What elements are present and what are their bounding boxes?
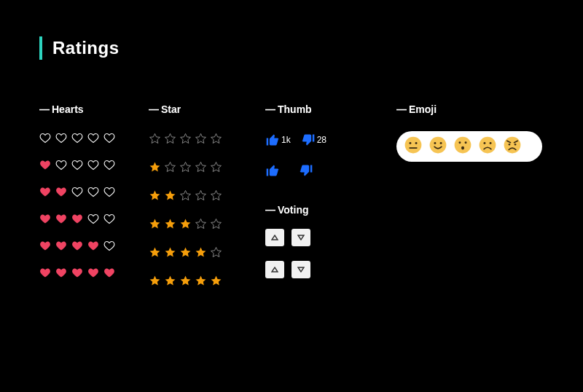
- page-header: Ratings: [0, 0, 583, 60]
- thumb-down-count: 28: [317, 135, 326, 145]
- svg-point-7: [455, 137, 472, 154]
- svg-point-5: [434, 142, 436, 144]
- vote-down-button[interactable]: [292, 261, 310, 278]
- thumb-column: —Thumb 1k 28 —Voting: [265, 103, 396, 303]
- stars-label: —Star: [149, 103, 265, 115]
- svg-point-8: [458, 141, 461, 144]
- emoji-pill: [396, 131, 542, 162]
- stars-column: —Star: [149, 103, 265, 303]
- header-accent: [39, 36, 42, 60]
- thumb-up-icon[interactable]: [265, 163, 280, 178]
- hearts-row[interactable]: [39, 240, 149, 251]
- svg-point-10: [461, 146, 464, 150]
- stars-row[interactable]: [149, 133, 265, 145]
- vote-up-button[interactable]: [265, 261, 284, 278]
- thumb-down-icon[interactable]: [301, 133, 316, 147]
- vote-row-1: [265, 229, 396, 246]
- hearts-row[interactable]: [39, 133, 149, 144]
- thumb-up-count: 1k: [281, 135, 291, 145]
- vote-row-2: [265, 261, 396, 278]
- vote-up-button[interactable]: [265, 229, 284, 246]
- svg-point-14: [504, 137, 521, 154]
- hearts-row[interactable]: [39, 267, 149, 278]
- emoji-happy-icon[interactable]: [429, 136, 447, 157]
- ratings-grid: —Hearts —Star —Thumb 1k 28 —Vot: [0, 60, 583, 303]
- emoji-neutral-icon[interactable]: [404, 136, 423, 157]
- svg-point-6: [440, 142, 442, 144]
- hearts-row[interactable]: [39, 213, 149, 224]
- svg-point-0: [405, 137, 422, 154]
- page-title: Ratings: [52, 38, 120, 58]
- thumb-down-icon[interactable]: [299, 163, 313, 178]
- stars-row[interactable]: [149, 218, 265, 230]
- svg-point-4: [430, 137, 447, 154]
- emoji-angry-icon[interactable]: [503, 136, 522, 157]
- svg-point-11: [480, 137, 496, 154]
- emoji-surprised-icon[interactable]: [453, 136, 472, 157]
- vote-down-button[interactable]: [292, 229, 310, 246]
- svg-point-13: [490, 142, 492, 144]
- svg-point-18: [514, 144, 517, 146]
- emoji-column: —Emoji: [396, 103, 542, 303]
- thumb-row-plain: [265, 163, 396, 178]
- svg-point-17: [509, 144, 511, 146]
- stars-row[interactable]: [149, 246, 265, 259]
- svg-point-9: [465, 141, 467, 144]
- stars-rows: [149, 133, 265, 303]
- hearts-row[interactable]: [39, 187, 149, 197]
- stars-row[interactable]: [149, 189, 265, 202]
- emoji-label: —Emoji: [396, 103, 542, 115]
- thumb-row-counts: 1k 28: [265, 133, 396, 147]
- hearts-row[interactable]: [39, 160, 149, 170]
- hearts-label: —Hearts: [39, 103, 149, 115]
- hearts-column: —Hearts: [39, 103, 149, 303]
- voting-label: —Voting: [265, 204, 396, 216]
- thumb-up-icon[interactable]: [265, 133, 280, 147]
- svg-point-2: [415, 142, 418, 144]
- svg-point-12: [483, 142, 485, 144]
- emoji-sad-icon[interactable]: [478, 136, 497, 157]
- stars-row[interactable]: [149, 161, 265, 173]
- svg-point-1: [409, 142, 411, 144]
- hearts-rows: [39, 133, 149, 294]
- thumb-label: —Thumb: [265, 103, 396, 115]
- stars-row[interactable]: [149, 275, 265, 287]
